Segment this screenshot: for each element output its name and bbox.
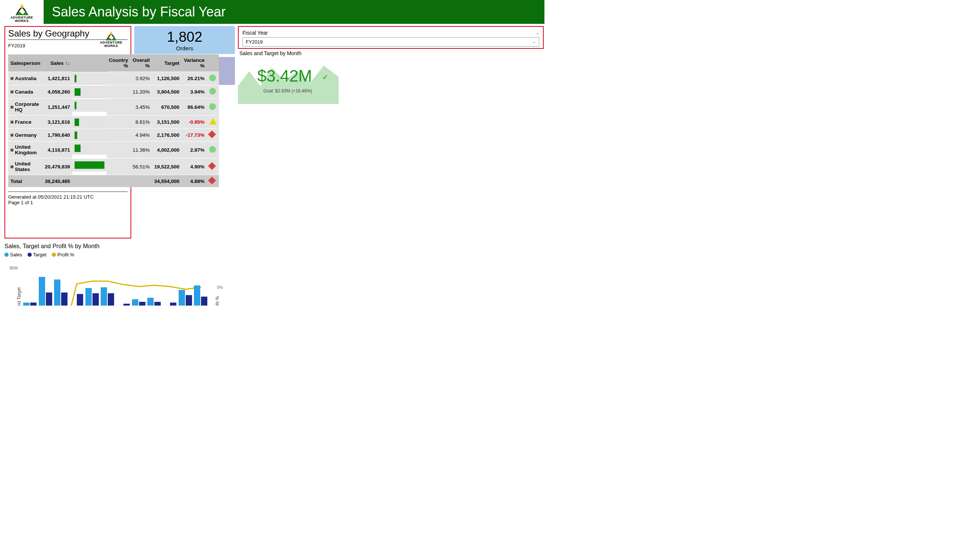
table-row[interactable]: ⊞ France3,121,6168.61%3,151,500-0.95% [8,116,219,128]
expand-icon[interactable]: ⊞ [10,165,13,169]
table-row[interactable]: ⊞ Canada4,058,26011.20%3,904,5003.94% [8,86,219,99]
bar-target[interactable] [123,304,130,306]
bar-target[interactable] [46,293,52,306]
bar-target[interactable] [61,293,67,306]
col-country-pct[interactable]: Country % [107,54,130,72]
col-indicator [207,54,219,72]
y-axis-label: Sales and Target [16,287,22,306]
bar-sales[interactable] [194,285,200,306]
expand-icon[interactable]: ⊞ [10,120,13,124]
status-indicator-icon [208,130,216,138]
geo-table[interactable]: Salesperson Sales ↑↓ Country % Overall %… [8,54,219,187]
geo-footer: Generated at 05/20/2021 21:15:21 UTC Pag… [8,192,127,205]
expand-icon[interactable]: ⊞ [10,105,13,109]
bar-sales[interactable] [101,287,107,306]
col-salesperson[interactable]: Salesperson [8,54,43,72]
page-title: Sales Analysis by Fiscal Year [44,0,544,24]
chevron-down-icon: ⌄ [536,30,539,35]
bar-sales[interactable] [147,298,154,306]
bar-sales[interactable] [132,299,138,306]
kpi-spark-card[interactable]: $3.42M ✓ Goal: $2.93M (+16.46%) [238,56,544,104]
expand-icon[interactable]: ⊞ [10,90,13,94]
col-sales[interactable]: Sales ↑↓ [43,54,72,72]
bar-target[interactable] [108,293,114,306]
bar-target[interactable] [30,303,37,306]
col-variance[interactable]: Variance % [181,54,207,72]
check-icon: ✓ [322,73,329,82]
combo-legend: Sales Target Profit % [5,252,235,257]
status-indicator-icon [208,162,216,170]
bar-target[interactable] [170,303,177,306]
table-total-row: Total36,240,48534,554,0004.88% [8,175,219,187]
status-indicator-icon [208,177,216,184]
bar-target[interactable] [186,295,192,306]
table-row[interactable]: ⊞ Germany1,790,6404.94%2,176,500-17.73% [8,128,219,142]
bar-sales[interactable] [39,277,45,306]
status-indicator-icon [209,74,216,81]
y2-axis-label: Profit % [215,296,220,306]
kpi-orders[interactable]: 1,802 Orders [134,26,235,54]
kpi-orders-value: 1,802 [167,29,202,45]
kpi-spark-goal: Goal: $2.93M (+16.46%) [263,88,312,94]
col-overall-pct[interactable]: Overall % [130,54,152,72]
status-indicator-icon [209,146,216,153]
bar-target[interactable] [154,302,161,306]
brand-logo: ADVENTUREWORKS [98,29,124,48]
y-tick-top: $5M [10,266,18,270]
slicer-header[interactable]: Fiscal Year ⌄ [242,29,539,36]
bar-sales[interactable] [23,303,29,306]
status-indicator-icon [209,88,216,95]
table-row[interactable]: ⊞ Corporate HQ1,251,4473.45%670,50086.64… [8,99,219,116]
fiscal-year-slicer[interactable]: Fiscal Year ⌄ FY2019 ⌄ [238,26,544,49]
generated-at: Generated at 05/20/2021 21:15:21 UTC [8,194,127,200]
col-sales-bar [72,54,107,72]
sales-by-geography-card[interactable]: ADVENTUREWORKS Sales by Geography FY2019… [5,26,131,238]
table-row[interactable]: ⊞ United Kingdom4,116,87111.36%4,002,000… [8,142,219,159]
status-indicator-icon [209,118,217,124]
table-row[interactable]: ⊞ Australia1,421,8113.92%1,126,50026.21% [8,72,219,86]
y2-tick-top: 0% [217,285,223,290]
bar-target[interactable] [201,296,207,306]
expand-icon[interactable]: ⊞ [10,133,13,137]
bar-target[interactable] [92,293,99,306]
table-row[interactable]: ⊞ United States20,479,83956.51%19,522,50… [8,159,219,175]
page-info: Page 1 of 1 [8,200,127,205]
expand-icon[interactable]: ⊞ [10,76,13,81]
expand-icon[interactable]: ⊞ [10,148,13,152]
legend-profit-swatch [52,253,56,257]
bar-sales[interactable] [85,288,92,306]
header: ADVENTUREWORKS Sales Analysis by Fiscal … [0,0,544,24]
bar-sales[interactable] [54,279,60,306]
kpi-spark-value: $3.42M [257,67,312,86]
brand-logo: ADVENTUREWORKS [2,1,41,23]
kpi-spark-title: Sales and Target by Month [239,50,544,56]
status-indicator-icon [209,103,216,110]
combo-chart[interactable]: Sales and Target Profit % $5M $0M 0% -10… [5,264,224,306]
bar-sales[interactable] [179,290,185,306]
chevron-down-icon: ⌄ [533,40,536,44]
bar-target[interactable] [139,302,145,306]
legend-sales-swatch [5,253,9,257]
legend-target-swatch [28,253,32,257]
sort-icon: ↑↓ [65,60,70,66]
kpi-orders-label: Orders [176,45,193,51]
combo-chart-title: Sales, Target and Profit % by Month [5,243,235,250]
col-target[interactable]: Target [152,54,181,72]
slicer-dropdown[interactable]: FY2019 ⌄ [242,37,539,47]
bar-target[interactable] [77,294,83,306]
